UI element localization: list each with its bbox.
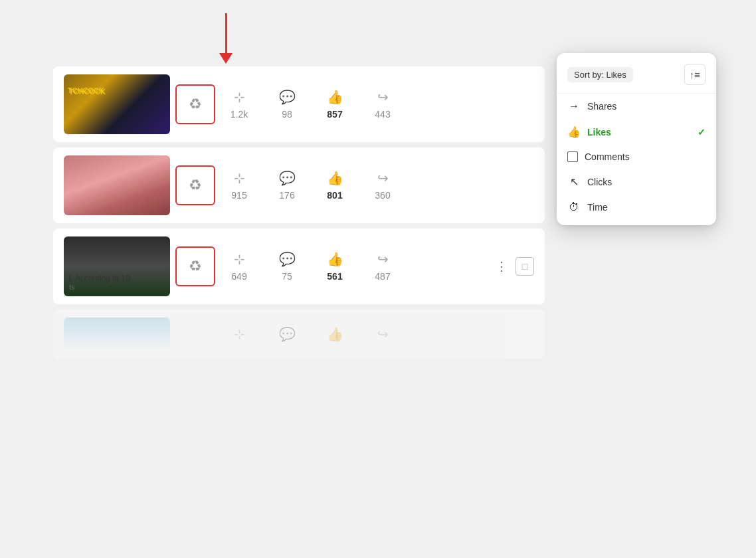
likes-icon-1: 👍: [327, 89, 343, 105]
clicks-menu-label: Clicks: [587, 177, 612, 187]
stats-row-4: ⊹ 💬 👍 ↪: [226, 326, 534, 342]
shares-value-1: 443: [375, 109, 390, 120]
likes-menu-icon: 👍: [567, 126, 581, 138]
stat-shares-4: ↪: [369, 326, 396, 342]
recycle-icon-2: ♻: [189, 177, 202, 194]
arrow-indicator: [219, 13, 233, 64]
menu-item-comments[interactable]: Comments: [557, 145, 716, 169]
likes-value-3: 561: [327, 271, 342, 282]
comments-icon-4: 💬: [279, 326, 296, 342]
menu-item-clicks[interactable]: ↖ Clicks: [557, 169, 716, 195]
stat-likes-3: 👍 561: [322, 251, 348, 282]
table-row-reflection: ⊹ 💬 👍 ↪: [53, 310, 545, 359]
square-icon: □: [522, 261, 527, 272]
thumbnail-3: l, According to 10 ts: [64, 236, 170, 296]
shares-icon-4: ↪: [377, 326, 389, 342]
stat-comments-4: 💬: [274, 326, 300, 342]
stat-likes-2: 👍 801: [322, 170, 348, 201]
stat-comments-1: 💬 98: [274, 89, 300, 120]
thumbnail-4: [64, 318, 170, 351]
comments-icon-3: 💬: [279, 251, 296, 267]
stat-clicks-2: ⊹ 915: [226, 170, 252, 201]
clicks-value-1: 1.2k: [231, 109, 248, 120]
time-menu-label: Time: [587, 202, 608, 213]
likes-icon-2: 👍: [327, 170, 343, 186]
comments-menu-icon: [567, 151, 578, 162]
comments-value-2: 176: [279, 190, 294, 201]
comments-value-1: 98: [282, 109, 292, 120]
shares-value-3: 487: [375, 271, 390, 282]
thumbnail-1: TCHCOCK: [64, 74, 170, 134]
recycle-icon-3: ♻: [189, 258, 202, 275]
clicks-menu-icon: ↖: [567, 175, 581, 188]
stat-shares-3: ↪ 487: [369, 251, 396, 282]
likes-value-2: 801: [327, 190, 342, 201]
stat-shares-1: ↪ 443: [369, 89, 396, 120]
comments-icon-1: 💬: [279, 89, 296, 105]
likes-icon-4: 👍: [327, 326, 343, 342]
row-3-actions: ⋮ □: [496, 257, 534, 276]
thumb-label-1: TCHCOCK: [68, 86, 104, 94]
more-options-button[interactable]: ⋮: [496, 259, 508, 274]
shares-icon-3: ↪: [377, 251, 389, 267]
row-3-title: l, According to 10: [69, 274, 130, 283]
stat-likes-4: 👍: [322, 326, 348, 342]
time-menu-icon: ⏱: [567, 201, 581, 213]
sort-order-button[interactable]: ↑≡: [684, 64, 706, 85]
clicks-icon-3: ⊹: [234, 251, 245, 267]
menu-item-time[interactable]: ⏱ Time: [557, 195, 716, 220]
sort-header: Sort by: Likes ↑≡: [557, 58, 716, 94]
menu-item-likes[interactable]: 👍 Likes ✓: [557, 119, 716, 145]
stat-shares-2: ↪ 360: [369, 170, 396, 201]
recycle-col-2[interactable]: ♻: [175, 165, 215, 205]
clicks-icon-1: ⊹: [234, 89, 245, 105]
select-checkbox[interactable]: □: [516, 257, 534, 276]
comments-menu-label: Comments: [585, 151, 630, 162]
recycle-col-1[interactable]: ♻: [175, 84, 215, 124]
stat-likes-1: 👍 857: [322, 89, 348, 120]
likes-check-icon: ✓: [698, 127, 706, 138]
comments-icon-2: 💬: [279, 170, 296, 186]
likes-menu-label: Likes: [587, 127, 611, 138]
table-row: l, According to 10 ts ♻ ⊹ 649 💬 75 👍 561…: [53, 229, 545, 304]
table-row: ♻ ⊹ 915 💬 176 👍 801 ↪ 360: [53, 147, 545, 223]
content-table: TCHCOCK ♻ ⊹ 1.2k 💬 98 👍 857 ↪ 443: [53, 66, 545, 364]
likes-value-1: 857: [327, 109, 342, 120]
recycle-icon-1: ♻: [189, 96, 202, 113]
clicks-value-3: 649: [231, 271, 246, 282]
sort-by-label: Sort by: Likes: [567, 67, 633, 82]
stat-comments-3: 💬 75: [274, 251, 300, 282]
shares-menu-icon: →: [567, 100, 581, 112]
table-row: TCHCOCK ♻ ⊹ 1.2k 💬 98 👍 857 ↪ 443: [53, 66, 545, 142]
stat-clicks-1: ⊹ 1.2k: [226, 89, 252, 120]
clicks-icon-2: ⊹: [234, 170, 245, 186]
shares-icon-2: ↪: [377, 170, 389, 186]
stat-clicks-3: ⊹ 649: [226, 251, 252, 282]
stats-row-3: ⊹ 649 💬 75 👍 561 ↪ 487: [226, 251, 496, 282]
row-3-subtitle: ts: [69, 283, 130, 291]
likes-icon-3: 👍: [327, 251, 343, 267]
stat-clicks-4: ⊹: [226, 326, 252, 342]
clicks-value-2: 915: [231, 190, 246, 201]
stats-row-2: ⊹ 915 💬 176 👍 801 ↪ 360: [226, 170, 534, 201]
shares-menu-label: Shares: [587, 101, 616, 112]
recycle-col-3[interactable]: ♻: [175, 246, 215, 286]
clicks-icon-4: ⊹: [234, 326, 245, 342]
menu-item-shares[interactable]: → Shares: [557, 94, 716, 119]
stats-row-1: ⊹ 1.2k 💬 98 👍 857 ↪ 443: [226, 89, 534, 120]
shares-value-2: 360: [375, 190, 390, 201]
thumbnail-2: [64, 155, 170, 215]
sort-order-icon: ↑≡: [690, 69, 700, 80]
sort-dropdown: Sort by: Likes ↑≡ → Shares 👍 Likes ✓ Com…: [557, 53, 716, 225]
stat-comments-2: 💬 176: [274, 170, 300, 201]
shares-icon-1: ↪: [377, 89, 389, 105]
comments-value-3: 75: [282, 271, 292, 282]
